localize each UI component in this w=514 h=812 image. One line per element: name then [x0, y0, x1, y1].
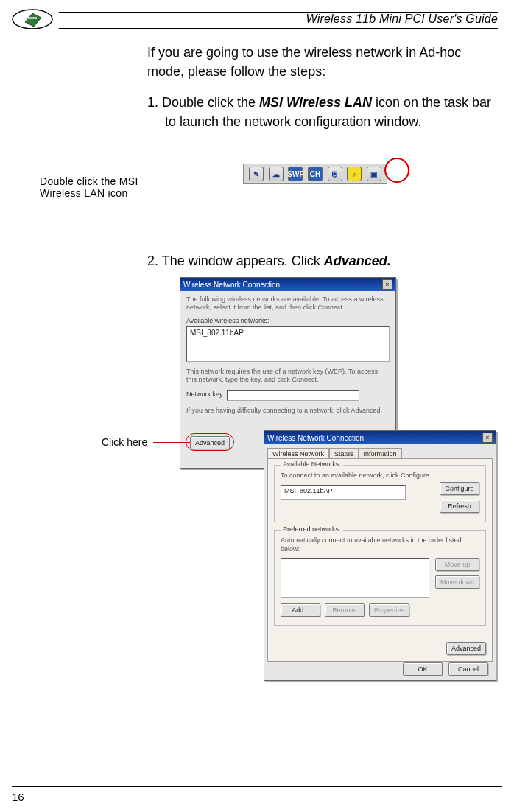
available-networks-box[interactable]: MSI_802.11bAP — [281, 485, 406, 500]
tab-panel: Available Networks: To connect to an ava… — [267, 458, 493, 662]
ch-icon[interactable]: CH — [308, 167, 323, 181]
dialog2-footer: OK Cancel — [264, 662, 496, 676]
key-label-text: Network key: — [186, 391, 225, 398]
step-1: 1. Double click the MSI Wireless LAN ico… — [147, 93, 498, 131]
dialog1-titlebar[interactable]: Wireless Network Connection × — [180, 278, 395, 291]
svg-rect-2 — [28, 17, 37, 19]
callout-advanced-text: Click here — [102, 436, 147, 448]
tab-status[interactable]: Status — [329, 448, 359, 459]
group-available-desc: To connect to an available network, clic… — [281, 472, 479, 480]
add-button[interactable]: Add... — [281, 603, 320, 617]
group-preferred-legend: Preferred networks: — [281, 525, 343, 533]
group-preferred-desc: Automatically connect to available netwo… — [281, 536, 479, 553]
group-available: Available Networks: To connect to an ava… — [274, 465, 486, 522]
close-icon[interactable]: × — [382, 279, 392, 290]
tab-wireless-network[interactable]: Wireless Network — [267, 448, 329, 459]
available-item[interactable]: MSI_802.11bAP — [190, 329, 244, 337]
preferred-networks-box[interactable] — [281, 558, 429, 598]
step2-pre: 2. The window appears. Click — [147, 253, 324, 268]
difficulty-text: If you are having difficulty connecting … — [186, 407, 390, 415]
note-icon[interactable]: ✎ — [249, 167, 264, 181]
callout-line-1 — [138, 183, 396, 183]
taskbar-illustration: ✎ ☁ SWF CH ⛨ ♪ ▣ — [243, 164, 405, 189]
dialog1-title: Wireless Network Connection — [183, 281, 280, 289]
header-title: Wireless 11b Mini PCI User's Guide — [306, 13, 498, 26]
available-item-2[interactable]: MSI_802.11bAP — [284, 487, 333, 494]
available-networks-list[interactable]: MSI_802.11bAP — [186, 326, 390, 362]
available-label: Available wireless networks: — [186, 317, 390, 324]
msi-wireless-lan-icon[interactable]: ▣ — [367, 167, 381, 181]
configure-button[interactable]: Configure — [440, 482, 479, 495]
group-available-legend: Available Networks: — [281, 461, 343, 468]
tabs: Wireless Network Status Information — [267, 447, 496, 458]
network-key-label: Network key: — [186, 388, 390, 401]
close-icon[interactable]: × — [482, 433, 493, 443]
footer-rule — [12, 786, 502, 787]
advanced-button[interactable]: Advanced — [190, 436, 230, 449]
move-up-button[interactable]: Move up — [435, 558, 479, 571]
swf-icon[interactable]: SWF — [288, 167, 303, 181]
page-number: 16 — [12, 791, 24, 803]
step-2: 2. The window appears. Click Advanced. — [147, 253, 498, 269]
brand-logo — [12, 9, 53, 29]
wep-text: This network requires the use of a netwo… — [186, 368, 390, 385]
group-preferred: Preferred networks: Automatically connec… — [274, 530, 486, 626]
svg-marker-1 — [25, 13, 41, 27]
step1-bold: MSI Wireless LAN — [259, 95, 372, 110]
dialog1-desc: The following wireless networks are avai… — [186, 295, 390, 312]
callout-taskbar-text: Double click the MSI Wireless LAN icon — [40, 175, 138, 199]
taskbar-tray: ✎ ☁ SWF CH ⛨ ♪ ▣ — [243, 164, 387, 184]
properties-button[interactable]: Properties — [369, 603, 409, 617]
header-rule-bottom — [59, 28, 498, 29]
callout-line-2 — [153, 442, 190, 443]
intro-paragraph: If you are going to use the wireless net… — [147, 43, 498, 81]
cancel-button[interactable]: Cancel — [448, 662, 488, 676]
ok-button[interactable]: OK — [403, 662, 443, 676]
step1-pre: 1. Double click the — [147, 95, 259, 110]
dialog2-titlebar[interactable]: Wireless Network Connection × — [264, 431, 496, 444]
dialog2-title: Wireless Network Connection — [267, 434, 364, 442]
speaker-icon[interactable]: ♪ — [347, 167, 362, 181]
advanced2-button[interactable]: Advanced — [446, 642, 486, 655]
network-key-input[interactable] — [227, 390, 359, 401]
dialog-properties: Wireless Network Connection × Wireless N… — [264, 430, 496, 681]
refresh-button[interactable]: Refresh — [440, 500, 479, 513]
globe-icon[interactable]: ☁ — [269, 167, 284, 181]
remove-button[interactable]: Remove — [325, 603, 365, 617]
step2-bold: Advanced. — [324, 253, 391, 268]
tab-information[interactable]: Information — [359, 448, 402, 459]
shield-icon[interactable]: ⛨ — [328, 167, 342, 181]
move-down-button[interactable]: Move down — [435, 575, 479, 589]
